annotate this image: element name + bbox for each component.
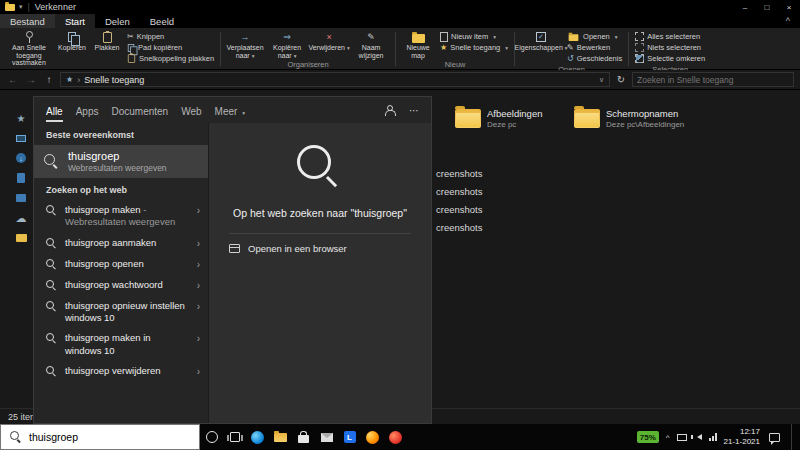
search-flyout: Alle Apps Documenten Web Meer ▾ ⋯ Beste … [33, 96, 432, 424]
history-button[interactable]: ↺ Geschiedenis [567, 54, 622, 63]
cut-button[interactable]: ✂ Knippen [127, 32, 214, 41]
tab-bestand[interactable]: Bestand [0, 14, 55, 28]
easy-access-button[interactable]: ★ Snelle toegang ▾ [440, 43, 508, 52]
folder-name: Afbeeldingen [487, 108, 542, 119]
breadcrumb[interactable]: ★ › Snelle toegang ∨ [60, 72, 610, 87]
frequent-folder-schermopnamen[interactable]: Schermopnamen Deze pc\Afbeeldingen [574, 108, 684, 129]
show-desktop-button[interactable] [791, 424, 795, 450]
recent-file-row[interactable]: creenshots [436, 204, 482, 215]
taskbar-search-box[interactable] [0, 424, 200, 450]
move-to-button[interactable]: → Verplaatsen naar▾ [224, 30, 266, 60]
display-tray-icon[interactable] [677, 434, 687, 441]
search-suggestion[interactable]: thuisgroep maken in windows 10 › [34, 328, 208, 361]
open-in-browser-button[interactable]: Openen in een browser [209, 234, 431, 263]
file-explorer-button[interactable] [269, 424, 292, 450]
address-dropdown-icon[interactable]: ∨ [599, 76, 604, 84]
search-suggestion[interactable]: thuisgroep openen › [34, 254, 208, 275]
edge-button[interactable] [246, 424, 269, 450]
tab-beeld[interactable]: Beeld [140, 14, 184, 28]
tray-date: 21-1-2021 [724, 437, 760, 447]
firefox-button[interactable] [361, 424, 384, 450]
dropdown-caret-icon: ▾ [615, 34, 618, 40]
invert-selection-icon [635, 54, 644, 63]
new-folder-button[interactable]: Nieuwe map [399, 30, 437, 60]
properties-icon: ✓ [536, 32, 546, 42]
best-match-result[interactable]: thuisgroep Webresultaten weergeven [34, 145, 208, 178]
search-suggestion[interactable]: thuisgroep aanmaken › [34, 233, 208, 254]
select-all-icon [635, 32, 644, 41]
refresh-button[interactable]: ↻ [614, 74, 628, 85]
ribbon-collapse-icon[interactable]: ^ [786, 16, 790, 26]
delete-button[interactable]: × Verwijderen▾ [308, 30, 350, 60]
network-icon[interactable] [709, 433, 717, 441]
paste-shortcut-button[interactable]: Snelkoppeling plakken [127, 54, 214, 63]
documents-icon[interactable] [17, 173, 25, 183]
maximize-button[interactable]: □ [756, 0, 778, 14]
search-suggestion[interactable]: thuisgroep verwijderen › [34, 361, 208, 382]
opera-button[interactable] [384, 424, 407, 450]
recent-file-row[interactable]: creenshots [436, 168, 482, 179]
taskbar-search-input[interactable] [29, 431, 190, 443]
invert-selection-button[interactable]: Selectie omkeren [635, 54, 705, 63]
open-button[interactable]: Openen ▾ [567, 32, 622, 41]
select-none-button[interactable]: Niets selecteren [635, 43, 705, 52]
paste-button[interactable]: Plakken [90, 30, 124, 68]
select-all-button[interactable]: Alles selecteren [635, 32, 705, 41]
task-view-button[interactable] [223, 424, 246, 450]
close-button[interactable]: × [778, 0, 800, 14]
store-button[interactable] [292, 424, 315, 450]
explorer-search-box[interactable] [632, 72, 794, 87]
action-center-icon[interactable] [769, 433, 780, 442]
pictures-icon[interactable] [16, 194, 26, 202]
clock[interactable]: 12:17 21-1-2021 [724, 427, 760, 447]
search-tab-documenten[interactable]: Documenten [111, 99, 168, 122]
navigation-pane: ★ ↓ ☁ [15, 112, 27, 244]
tab-start[interactable]: Start [55, 14, 95, 28]
copy-button[interactable]: Kopiëren [54, 30, 90, 68]
account-icon[interactable] [384, 105, 395, 116]
rename-button[interactable]: ✎ Naam wijzigen [350, 30, 392, 60]
search-suggestion[interactable]: thuisgroep wachtwoord › [34, 275, 208, 296]
hidden-icons-chevron[interactable]: ^ [666, 433, 670, 442]
recent-file-row[interactable]: creenshots [436, 222, 482, 233]
search-tab-meer[interactable]: Meer ▾ [215, 99, 245, 122]
folder-icon [455, 109, 481, 128]
firefox-icon [366, 431, 379, 444]
explorer-search-input[interactable] [637, 75, 789, 85]
forward-button[interactable]: → [24, 74, 38, 85]
breadcrumb-path[interactable]: Snelle toegang [84, 75, 144, 85]
back-button[interactable]: ← [6, 74, 20, 85]
onedrive-cloud-icon[interactable]: ☁ [15, 212, 27, 224]
mail-button[interactable] [315, 424, 338, 450]
recent-file-row[interactable]: creenshots [436, 186, 482, 197]
desktop-icon[interactable] [16, 135, 26, 142]
minimize-button[interactable]: – [734, 0, 756, 14]
search-icon [46, 301, 57, 312]
volume-icon[interactable] [694, 434, 702, 440]
quick-access-toolbar-caret-icon[interactable]: ▾ [19, 3, 23, 11]
search-icon [10, 431, 22, 443]
copy-to-button[interactable]: ⇒ Kopiëren naar▾ [266, 30, 308, 60]
search-tab-apps[interactable]: Apps [76, 99, 99, 122]
search-suggestion[interactable]: thuisgroep opnieuw instellen windows 10 … [34, 296, 208, 329]
options-ellipsis-icon[interactable]: ⋯ [409, 105, 419, 116]
quick-access-star-icon[interactable]: ★ [15, 112, 27, 124]
properties-button[interactable]: ✓ Eigenschappen▾ [518, 30, 564, 65]
folder-icon[interactable] [16, 234, 27, 242]
search-tab-alle[interactable]: Alle [46, 99, 63, 122]
cortana-button[interactable] [200, 424, 223, 450]
search-suggestion[interactable]: thuisgroep maken - Webresultaten weergev… [34, 200, 208, 233]
paste-icon [103, 32, 112, 43]
new-item-button[interactable]: Nieuw item ▾ [440, 32, 508, 41]
l-app-button[interactable]: L [338, 424, 361, 450]
ribbon: Aan Snelle toegang vastmaken Kopiëren Pl… [0, 28, 800, 70]
tab-delen[interactable]: Delen [95, 14, 140, 28]
search-tab-web[interactable]: Web [181, 99, 201, 122]
edit-button[interactable]: ✎ Bewerken [567, 43, 622, 52]
battery-indicator[interactable]: 75% [637, 431, 659, 443]
frequent-folder-afbeeldingen[interactable]: Afbeeldingen Deze pc [455, 108, 542, 129]
downloads-icon[interactable]: ↓ [16, 153, 26, 163]
up-button[interactable]: ↑ [42, 74, 56, 85]
pin-to-quick-access-button[interactable]: Aan Snelle toegang vastmaken [4, 30, 54, 68]
copy-path-button[interactable]: Pad kopiëren [127, 43, 214, 52]
